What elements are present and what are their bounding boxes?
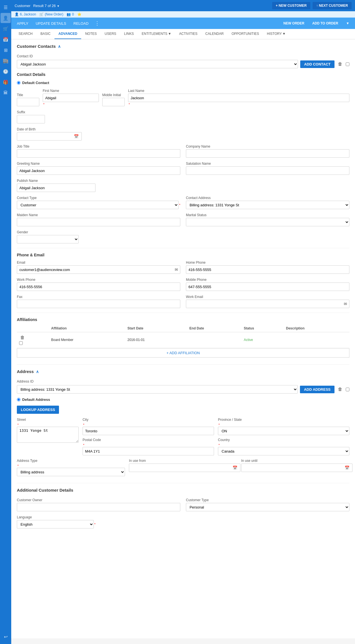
publish-name-input[interactable]	[17, 184, 95, 192]
end-date-col-header: End Date	[187, 325, 242, 332]
gender-select[interactable]	[17, 235, 79, 243]
salutation-name-input[interactable]	[186, 166, 349, 175]
default-address-radio[interactable]	[17, 398, 21, 401]
province-select[interactable]: ON	[218, 427, 349, 435]
dob-input[interactable]	[17, 132, 82, 141]
icons-info: 👥 0	[67, 12, 74, 16]
mobile-phone-input[interactable]	[186, 283, 349, 291]
contact-address-select[interactable]: Billing address: 1331 Yonge St	[186, 201, 349, 209]
action-bar: APPLY UPDATE DETAILS RELOAD ⋮ NEW ORDER …	[11, 18, 355, 29]
affiliations-header-row: Affiliation Start Date End Date Status D…	[17, 325, 349, 332]
cart-icon[interactable]: 🛒	[1, 24, 11, 34]
address-type-required: *	[17, 464, 19, 467]
tab-users[interactable]: USERS	[101, 29, 120, 39]
exit-icon[interactable]: ↩	[1, 632, 11, 638]
lookup-address-button[interactable]: LOOKUP ADDRESS	[17, 406, 59, 414]
clock-icon[interactable]: 🕐	[1, 66, 11, 76]
add-to-order-button[interactable]: ADD TO ORDER	[309, 20, 342, 27]
tab-basic[interactable]: BASIC	[37, 29, 54, 39]
tab-links[interactable]: LINKS	[120, 29, 138, 39]
address-id-select[interactable]: Billing address: 1331 Yonge St	[17, 385, 298, 394]
contact-id-row: Abigail Jackson ADD CONTACT 🗑	[17, 60, 349, 68]
last-name-input[interactable]	[128, 94, 349, 102]
country-required: *	[219, 443, 220, 447]
job-title-label: Job Title	[17, 144, 180, 148]
address-checkbox[interactable]	[346, 388, 349, 391]
customer-type-select[interactable]: Personal	[186, 503, 349, 511]
tab-entitlements[interactable]: ENTITLEMENTS ▼	[138, 29, 175, 39]
star-info: ⭐	[77, 12, 81, 16]
tab-notes[interactable]: NOTES	[81, 29, 101, 39]
suffix-input[interactable]	[17, 115, 45, 123]
maiden-marital-row: Maiden Name Marital Status	[17, 213, 349, 226]
delete-affiliation-button[interactable]: 🗑	[19, 334, 26, 341]
gift-icon[interactable]: 🎁	[1, 77, 11, 87]
new-order-button[interactable]: NEW ORDER	[280, 20, 308, 27]
city-input[interactable]	[83, 427, 214, 435]
in-use-until-input[interactable]	[241, 464, 352, 472]
update-details-button[interactable]: UPDATE DETAILS	[32, 20, 70, 27]
email-input[interactable]	[17, 265, 180, 274]
contact-type-select[interactable]: Customer	[17, 201, 179, 209]
address-type-select[interactable]: Billing address	[17, 468, 125, 476]
first-name-input[interactable]	[43, 94, 99, 102]
tab-calendar[interactable]: CALENDAR	[201, 29, 227, 39]
country-select[interactable]: Canada	[218, 447, 349, 455]
fax-input[interactable]	[17, 300, 180, 308]
customer-contacts-toggle[interactable]: ∧	[58, 44, 61, 49]
job-title-input[interactable]	[17, 149, 180, 158]
new-customer-button[interactable]: + NEW CUSTOMER	[272, 2, 310, 9]
reload-button[interactable]: RELOAD	[70, 20, 92, 27]
description-col-header: Description	[284, 325, 349, 332]
address-section-toggle[interactable]: ∧	[36, 369, 39, 374]
postal-code-input[interactable]	[83, 447, 214, 455]
company-name-input[interactable]	[186, 149, 349, 158]
delete-contact-button[interactable]: 🗑	[337, 60, 343, 68]
add-affiliation-button[interactable]: + ADD AFFILIATION	[17, 348, 349, 358]
additional-details-header: Additional Customer Details	[17, 488, 349, 494]
bank-icon[interactable]: 🏛	[1, 88, 11, 98]
add-contact-button[interactable]: ADD CONTACT	[300, 60, 334, 68]
title-input[interactable]	[17, 98, 39, 106]
middle-initial-input[interactable]	[102, 98, 125, 106]
in-use-from-input[interactable]	[129, 464, 240, 472]
customer-owner-col: Customer Owner	[17, 498, 180, 511]
store-icon[interactable]: 🏬	[1, 56, 11, 66]
tab-search[interactable]: SEARCH	[15, 29, 37, 39]
address-section: Address ∧ Address ID Billing address: 13…	[17, 364, 349, 476]
result-nav-chevron[interactable]: ▼	[57, 4, 60, 8]
contact-checkbox[interactable]	[346, 62, 349, 66]
apply-button[interactable]: APPLY	[13, 20, 32, 27]
fax-workemail-row: Fax Work Email ✉	[17, 295, 349, 308]
more-actions-button[interactable]: ⋮	[92, 19, 102, 28]
tab-opportunities[interactable]: OPPORTUNITIES	[227, 29, 263, 39]
affiliation-name-cell: Board Member	[49, 332, 125, 348]
tab-advanced[interactable]: ADVANCED	[54, 29, 81, 39]
default-contact-row: Default Contact	[17, 81, 349, 85]
marital-status-select[interactable]	[186, 218, 349, 226]
menu-icon[interactable]: ☰	[1, 2, 11, 12]
add-address-button[interactable]: ADD ADDRESS	[300, 386, 334, 393]
tab-history[interactable]: HISTORY ▼	[263, 29, 290, 39]
affiliation-checkbox[interactable]	[19, 341, 23, 345]
work-phone-input[interactable]	[17, 283, 180, 291]
next-customer-button[interactable]: ↑ NEXT CUSTOMER	[313, 2, 352, 9]
greeting-name-input[interactable]	[17, 166, 180, 175]
contact-id-select[interactable]: Abigail Jackson	[17, 60, 298, 68]
maiden-name-input[interactable]	[17, 218, 180, 226]
language-select[interactable]: English	[17, 520, 94, 528]
home-phone-input[interactable]	[186, 265, 349, 274]
calendar-sidebar-icon[interactable]: 📅	[1, 34, 11, 44]
street-input[interactable]: 1331 Yonge St	[17, 427, 79, 443]
dob-label: Date of Birth	[17, 127, 79, 131]
default-contact-radio[interactable]	[17, 81, 21, 85]
publish-name-col: Publish Name	[17, 179, 95, 192]
title-label: Title	[17, 93, 39, 97]
action-bar-dropdown-button[interactable]: ▼	[343, 20, 353, 27]
delete-address-button[interactable]: 🗑	[337, 386, 343, 393]
person-icon[interactable]: 👤	[1, 13, 11, 23]
customer-owner-input[interactable]	[17, 503, 180, 511]
tab-activities[interactable]: ACTIVITIES	[175, 29, 201, 39]
grid-icon[interactable]: ⊞	[1, 45, 11, 55]
work-email-input[interactable]	[186, 300, 349, 308]
